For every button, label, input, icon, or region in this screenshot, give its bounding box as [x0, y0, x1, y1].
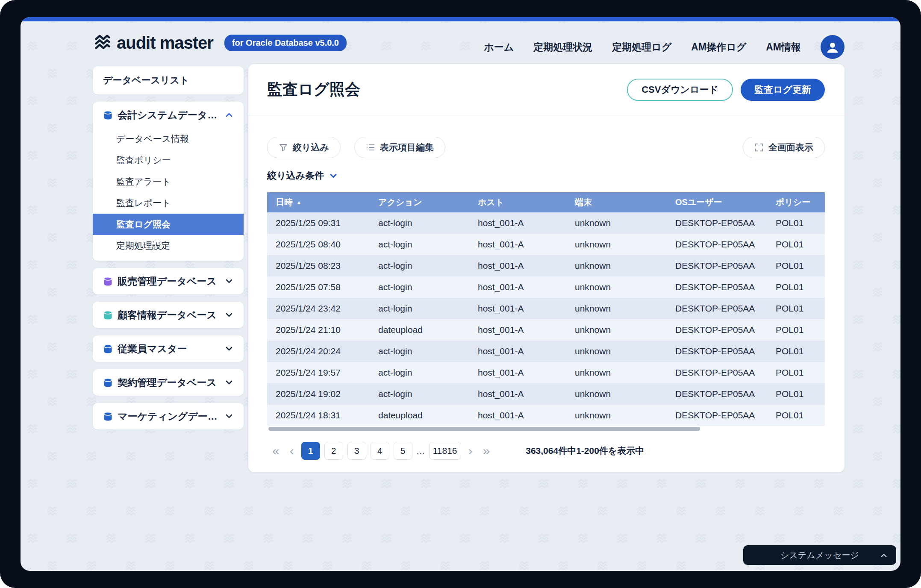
page-button[interactable]: 5 — [394, 442, 412, 460]
system-message-bar[interactable]: システムメッセージ — [743, 545, 896, 565]
pattern-glyph — [338, 532, 356, 545]
table-row[interactable]: 2025/1/25 09:31act-loginhost_001-Aunknow… — [267, 212, 825, 234]
nav-item[interactable]: AM操作ログ — [691, 41, 746, 54]
chevron-down-icon — [224, 377, 234, 388]
table-cell: DESKTOP-EP05AA — [667, 341, 767, 362]
pattern-glyph — [200, 450, 219, 463]
table-row[interactable]: 2025/1/25 08:23act-loginhost_001-Aunknow… — [267, 255, 825, 276]
page-buttons: 12345…11816 — [299, 442, 463, 460]
edit-columns-button-label: 表示項目編集 — [380, 141, 434, 153]
chevron-up-icon — [879, 551, 889, 560]
table-cell: unknown — [566, 341, 667, 362]
pattern-glyph — [200, 505, 219, 518]
last-page-arrow-button[interactable]: » — [478, 444, 495, 457]
csv-download-button[interactable]: CSVダウンロード — [627, 79, 733, 101]
table-row[interactable]: 2025/1/24 21:10dateuploadhost_001-Aunkno… — [267, 319, 825, 341]
pattern-glyph — [554, 505, 573, 518]
table-row[interactable]: 2025/1/24 19:02act-loginhost_001-Aunknow… — [267, 383, 825, 405]
table-row[interactable]: 2025/1/24 23:42act-loginhost_001-Aunknow… — [267, 298, 825, 319]
pattern-glyph — [436, 560, 455, 571]
pattern-glyph — [298, 532, 317, 545]
database-card-header[interactable]: 従業員マスター — [93, 335, 244, 362]
pattern-glyph — [62, 204, 81, 217]
table-cell: unknown — [566, 298, 667, 319]
table-cell: 2025/1/25 08:23 — [267, 255, 370, 276]
sidebar-item-link[interactable]: データベース情報 — [93, 128, 244, 150]
pattern-glyph — [23, 314, 42, 326]
pattern-glyph — [180, 478, 199, 491]
filter-button[interactable]: 絞り込み — [267, 137, 341, 158]
table-row[interactable]: 2025/1/24 20:24act-loginhost_001-Aunknow… — [267, 341, 825, 362]
fullscreen-icon — [754, 143, 764, 152]
page-button[interactable]: 3 — [347, 442, 366, 460]
column-header[interactable]: ポリシー — [767, 192, 825, 212]
sidebar-item-selected[interactable]: 監査ログ照会 — [93, 214, 244, 235]
nav-item[interactable]: ホーム — [484, 41, 514, 54]
column-header[interactable]: OSユーザー — [667, 192, 767, 212]
page-button[interactable]: 4 — [371, 442, 389, 460]
database-icon — [102, 276, 114, 287]
sidebar-item-link[interactable]: 監査ポリシー — [93, 150, 244, 171]
database-card-label: 従業員マスター — [118, 342, 224, 356]
database-card-header[interactable]: 会計システムデータ… — [93, 102, 244, 128]
nav-item[interactable]: 定期処理ログ — [612, 41, 671, 54]
database-card-header[interactable]: 契約管理データベース — [93, 369, 244, 396]
pattern-glyph — [672, 505, 691, 518]
main-header: 監査ログ照会 CSVダウンロード 監査ログ更新 — [248, 64, 844, 115]
column-header[interactable]: ホスト — [469, 192, 566, 212]
pattern-glyph — [593, 505, 612, 518]
nav-item[interactable]: 定期処理状況 — [533, 41, 592, 54]
pattern-glyph — [456, 478, 474, 491]
horizontal-scrollbar — [267, 427, 825, 431]
table-cell: DESKTOP-EP05AA — [667, 276, 767, 298]
sidebar-item-link[interactable]: 監査アラート — [93, 171, 244, 192]
refresh-log-button[interactable]: 監査ログ更新 — [741, 79, 825, 101]
page-button[interactable]: 1 — [301, 442, 320, 460]
prev-page-button[interactable]: ‹ — [285, 444, 299, 457]
first-page-button[interactable]: « — [267, 444, 285, 457]
top-nav: ホーム定期処理状況定期処理ログAM操作ログAM情報 — [484, 26, 844, 68]
table-cell: act-login — [370, 212, 469, 234]
table-cell: unknown — [566, 362, 667, 383]
database-card: 従業員マスター — [93, 335, 244, 362]
fullscreen-button[interactable]: 全画面表示 — [743, 137, 825, 158]
list-icon — [366, 143, 375, 152]
table-cell: host_001-A — [469, 362, 566, 383]
user-avatar[interactable] — [821, 35, 844, 59]
pattern-glyph — [21, 396, 22, 409]
column-header[interactable]: 端末 — [566, 192, 667, 212]
next-page-button[interactable]: › — [463, 444, 478, 457]
column-header[interactable]: 日時▲ — [267, 192, 370, 212]
database-card-header[interactable]: マーケティングデー… — [93, 403, 244, 429]
database-card-header[interactable]: 販売管理データベース — [93, 268, 244, 294]
pattern-glyph — [62, 150, 81, 162]
sidebar-item-link[interactable]: 定期処理設定 — [93, 235, 244, 256]
pattern-glyph — [82, 505, 101, 518]
table-row[interactable]: 2025/1/25 07:58act-loginhost_001-Aunknow… — [267, 276, 825, 298]
pattern-glyph — [554, 560, 573, 571]
table-body: 2025/1/25 09:31act-loginhost_001-Aunknow… — [267, 212, 825, 426]
sidebar-item-link[interactable]: 監査レポート — [93, 192, 244, 214]
filter-conditions-toggle[interactable]: 絞り込み条件 — [267, 169, 826, 182]
page-button[interactable]: 2 — [324, 442, 343, 460]
database-submenu: データベース情報監査ポリシー監査アラート監査レポート監査ログ照会定期処理設定 — [93, 128, 244, 261]
pattern-glyph — [21, 560, 22, 571]
horizontal-scrollbar-thumb[interactable] — [268, 427, 700, 431]
nav-item[interactable]: AM情報 — [766, 41, 801, 54]
pattern-glyph — [515, 560, 533, 571]
database-card-header[interactable]: 顧客情報データベース — [93, 302, 244, 328]
table-row[interactable]: 2025/1/24 19:57act-loginhost_001-Aunknow… — [267, 362, 825, 383]
last-page-button[interactable]: 11816 — [429, 442, 461, 460]
database-card-label: 販売管理データベース — [118, 275, 224, 288]
table-cell: 2025/1/25 08:40 — [267, 234, 370, 255]
database-card: 会計システムデータ…データベース情報監査ポリシー監査アラート監査レポート監査ログ… — [93, 102, 244, 261]
edit-columns-button[interactable]: 表示項目編集 — [354, 137, 445, 158]
pattern-glyph — [711, 505, 730, 518]
pattern-glyph — [711, 560, 730, 571]
table-cell: act-login — [370, 341, 469, 362]
table-cell: dateupload — [370, 405, 469, 426]
table-row[interactable]: 2025/1/24 18:31dateuploadhost_001-Aunkno… — [267, 405, 825, 426]
table-row[interactable]: 2025/1/25 08:40act-loginhost_001-Aunknow… — [267, 234, 825, 255]
column-header[interactable]: アクション — [370, 192, 469, 212]
pattern-glyph — [416, 478, 435, 491]
